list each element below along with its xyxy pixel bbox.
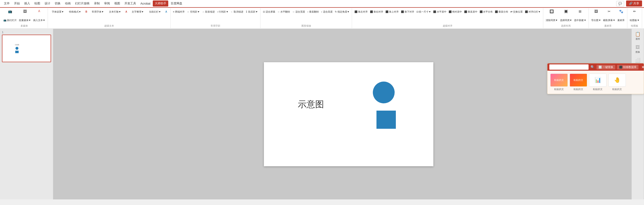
ribbon: 📺 📺 新幻灯片 🖼 批量媒体▼ A 插入文本▼ 多媒体 字体设置▼ [0, 7, 644, 29]
menu-record[interactable]: 录制 [92, 0, 102, 6]
uniform-size-btn[interactable]: ⊡ 统一尺寸▼ [416, 9, 432, 15]
angle-btn[interactable]: ↻ 指定角度▼ [334, 9, 350, 15]
swap-btn[interactable]: ⇄ 交换位置 [510, 9, 524, 15]
new-slide-btn[interactable]: 📺 📺 新幻灯片 [2, 9, 18, 22]
v-flip-btn[interactable]: ↕ 垂直翻转 [306, 9, 320, 15]
slide-number: 1 [2, 31, 51, 34]
fit-screen-btn[interactable]: ⊡ 适合屏幕 [262, 9, 276, 15]
insert-text-btn[interactable]: A 插入文本▼ [32, 9, 46, 22]
menu-review[interactable]: 审阅 [102, 0, 112, 6]
clipboard-item-2[interactable]: 粘贴的文 粘贴的文 [570, 74, 587, 91]
ribbon-group-assets: 🖼 导出图▼ ✂ 截取屏幕▼ 🐾 素材库 素材库 [589, 8, 627, 28]
clipboard-item-4[interactable]: 🤚 粘贴的文 [608, 74, 626, 91]
text-tidy-btn[interactable]: 文字整理▼ [129, 9, 146, 15]
fit-height-btn[interactable]: ↕ 适合高度 [320, 9, 334, 15]
v-center-btn[interactable]: ⬛ 垂直居中 [463, 9, 478, 15]
main-area: 1 示意图 示意图 📋 通用 🖼 图像 ⬜ [0, 29, 644, 200]
multimedia-label: 多媒体 [2, 24, 46, 28]
space-distance-btn[interactable]: ↔ 空间距▼ [186, 9, 201, 15]
clipboard-item-3[interactable]: 📊 粘贴的文 [589, 74, 606, 91]
clipboard-label-2: 粘贴的文 [574, 88, 583, 91]
export-img-btn[interactable]: 🖼 导出图▼ [590, 9, 602, 22]
ribbon-group-spacing: ≡ 两端对齐 ↔ 空间距▼ → 段首缩进 ↕ 行间距▼ [171, 8, 260, 28]
menu-slideshow[interactable]: 幻灯片放映 [73, 0, 92, 6]
drawboard-btn[interactable]: ✏ 绘图板▼ [629, 9, 640, 22]
clear-same-btn[interactable]: 🔲 清除同类▼ [545, 9, 559, 22]
align-right-btn[interactable]: ⬛ 靠右对齐 [369, 9, 384, 15]
clear-icon: 🔲 [550, 10, 554, 13]
drawboard-label: 绘图板 [629, 24, 640, 28]
share-button[interactable]: 🔗 共享 [626, 0, 642, 6]
menu-view[interactable]: 视图 [112, 0, 122, 6]
insert-text-icon: A [38, 10, 40, 12]
tool-sidebar: 📋 通用 🖼 图像 ⬜ 形状 📄 多页 [632, 29, 644, 200]
tool-general-label: 通用 [636, 38, 640, 41]
common-font-btn[interactable]: 常用字体▼ [89, 9, 106, 15]
align-label: 超级对齐 [354, 24, 541, 28]
indent-btn[interactable]: → 段首缩进 [201, 9, 216, 15]
color-a-btn[interactable]: A [124, 9, 129, 15]
select-new-icon: ⊞ [579, 10, 582, 13]
clipboard-thumb-2: 粘贴的文 [570, 74, 587, 87]
menu-animation[interactable]: 动画 [63, 0, 73, 6]
tool-image[interactable]: 🖼 图像 [632, 43, 644, 56]
spacing-buttons: ≡ 两端对齐 ↔ 空间距▼ → 段首缩进 ↕ 行间距▼ [172, 9, 259, 24]
clipboard-close-btn[interactable]: ✕ [640, 65, 644, 70]
h-dist-btn[interactable]: ⬛ 水平分布 [479, 9, 494, 15]
abs-center-btn[interactable]: ⬛ 绝对居中 [448, 9, 463, 15]
line-spacing-btn[interactable]: ↕ 行间距▼ [216, 9, 230, 15]
one-click-replace-btn[interactable]: ⬜ 一键替换 [596, 65, 615, 70]
asset-lib-btn[interactable]: 🐾 素材库 [616, 9, 626, 22]
slide-thumbnail[interactable]: 示意图 [2, 34, 51, 62]
clipboard-item-1[interactable]: 粘贴的文 粘贴的文 [550, 74, 568, 91]
cancel-indent-btn[interactable]: ← 取消缩进 [230, 9, 244, 15]
multimedia-buttons: 📺 📺 新幻灯片 🖼 批量媒体▼ A 插入文本▼ [2, 9, 46, 24]
para-spacing-btn[interactable]: ↧ 段后距▼ [244, 9, 259, 15]
comment-button[interactable]: 💬 [616, 1, 624, 6]
color-b-btn[interactable]: A [164, 9, 169, 15]
screenshot-btn[interactable]: ✂ 截取屏幕▼ [602, 9, 616, 22]
tool-general[interactable]: 📋 通用 [632, 30, 644, 42]
menu-file[interactable]: 文件 [2, 0, 12, 6]
canvas-area[interactable]: 示意图 📋 通用 🖼 图像 ⬜ 形状 📄 多页 [53, 29, 644, 200]
slide-panel: 1 示意图 [0, 29, 53, 200]
clipboard-label-4: 粘贴的文 [612, 88, 622, 91]
clipboard-search-input[interactable] [549, 64, 588, 70]
menu-insert[interactable]: 插入 [22, 0, 32, 6]
v-dist-btn[interactable]: ⬛ 垂直分布 [494, 9, 509, 15]
clip-4-icon: 🤚 [614, 77, 620, 83]
spacing-label: 常用字距 [172, 24, 259, 28]
menu-design[interactable]: 设计 [42, 0, 52, 6]
menu-draw[interactable]: 绘图 [32, 0, 42, 6]
text-scatter-btn[interactable]: 文本打散▼ [106, 9, 124, 15]
align-left-btn[interactable]: ⬛ 靠左对齐 [354, 9, 369, 15]
align-top-btn[interactable]: ⬛ 靠上对齐 [384, 9, 400, 15]
h-center-btn[interactable]: ⬛ 水平居中 [432, 9, 448, 15]
select-new-btn[interactable]: ⊞ 选中新建▼ [573, 9, 587, 22]
clipboard-search-icon[interactable]: 🔍 [590, 65, 594, 69]
clipboard-label-3: 粘贴的文 [593, 88, 602, 91]
align-bottom-btn[interactable]: ⬛ 靠下对齐 [400, 9, 415, 15]
menu-start[interactable]: 开始 [12, 0, 22, 6]
bold-btn[interactable]: B [84, 9, 89, 15]
align-slide-btn[interactable]: ⬛ 对齐幻灯▼ [524, 9, 542, 15]
current-slide-btn[interactable]: 当前幻灯▼ [146, 9, 164, 15]
batch-media-btn[interactable]: 🖼 批量媒体▼ [18, 9, 32, 22]
h-flip-btn[interactable]: ↔ 水平翻转 [276, 9, 291, 15]
menu-acrobat[interactable]: Acrobat [138, 1, 152, 6]
menu-dev[interactable]: 开发工具 [122, 0, 138, 6]
menu-bar: 文件 开始 插入 绘图 设计 切换 动画 幻灯片放映 录制 审阅 视图 开发工具… [0, 0, 644, 7]
spacing-row3: ← 取消缩进 ↧ 段后距▼ [230, 9, 258, 15]
menu-baidu[interactable]: 百度网盘 [169, 0, 184, 6]
transfer-database-btn[interactable]: ⬛ 转移数据库 [617, 65, 638, 70]
clipboard-header: 🔍 ⬜ 一键替换 ⬛ 转移数据库 ✕ [548, 64, 644, 71]
assets-label: 素材库 [590, 24, 626, 28]
menu-switch[interactable]: 切换 [53, 0, 62, 6]
font-settings-btn[interactable]: 字体设置▼ [50, 9, 66, 15]
special-format-btn[interactable]: 特殊格式▼ [66, 9, 84, 15]
select-same-btn[interactable]: 🔳 选择同类▼ [559, 9, 573, 22]
scale-row2: ↔ 适合宽度 ↕ 垂直翻转 [291, 9, 320, 15]
justify-btn[interactable]: ≡ 两端对齐 [172, 9, 186, 15]
menu-master[interactable]: 大师助手 [153, 0, 168, 6]
fit-width-btn[interactable]: ↔ 适合宽度 [291, 9, 306, 15]
